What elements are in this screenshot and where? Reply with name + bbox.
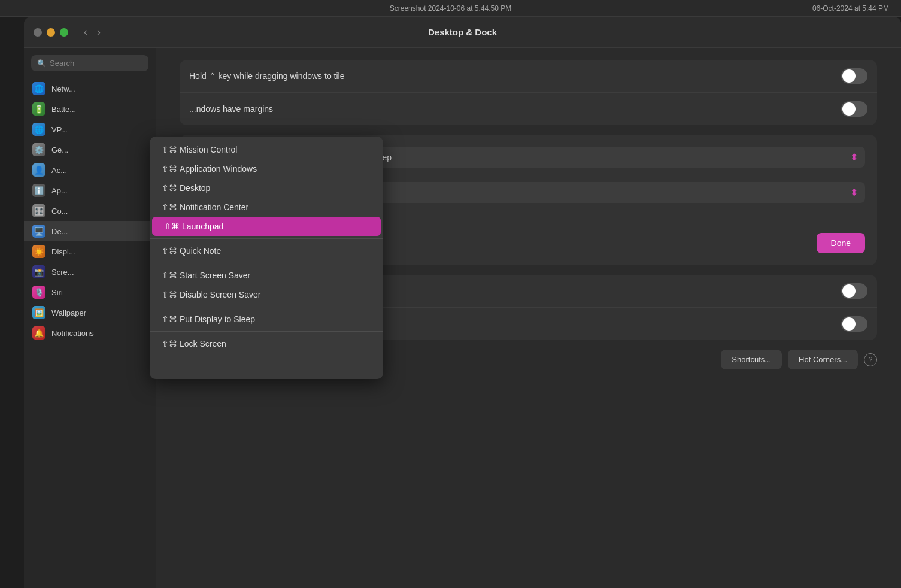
lock-screen-shortcut: ⇧⌘ xyxy=(162,339,177,348)
mission-control-shortcut: ⇧⌘ xyxy=(162,145,177,154)
nav-buttons: ‹ › xyxy=(80,25,104,40)
sidebar-label-wallpaper: Wallpaper xyxy=(51,308,86,317)
menu-item-app-windows[interactable]: ⇧⌘ Application Windows xyxy=(150,159,383,178)
menu-item-quick-note[interactable]: ⇧⌘ Quick Note xyxy=(150,241,383,260)
disable-ss-shortcut: ⇧⌘ xyxy=(162,290,177,299)
sidebar-label-vpn: VP... xyxy=(51,125,68,134)
window-title: Desktop & Dock xyxy=(428,27,497,37)
menu-item-dash[interactable]: — xyxy=(150,359,383,375)
margins-toggle[interactable] xyxy=(841,101,867,117)
desktop-shortcut: ⇧⌘ xyxy=(162,183,177,193)
start-ss-shortcut: ⇧⌘ xyxy=(162,271,177,280)
sidebar-item-general[interactable]: ⚙️ Ge... xyxy=(24,140,156,160)
menu-item-desktop[interactable]: ⇧⌘ Desktop xyxy=(150,178,383,198)
mission-control-label: Mission Control xyxy=(180,145,237,154)
close-button[interactable] xyxy=(34,28,42,37)
setting-row-margins: ...ndows have margins xyxy=(180,93,877,125)
menu-separator-4 xyxy=(150,331,383,332)
general-icon: ⚙️ xyxy=(32,143,45,156)
sidebar-label-general: Ge... xyxy=(51,146,68,154)
done-button[interactable]: Done xyxy=(817,233,865,253)
search-bar[interactable]: 🔍 Search xyxy=(31,55,148,71)
sidebar-label-desktop: De... xyxy=(51,227,68,236)
sidebar-item-accounts[interactable]: 👤 Ac... xyxy=(24,160,156,180)
launchpad-shortcut: ⇧⌘ xyxy=(164,222,180,231)
sidebar-label-display: Displ... xyxy=(51,247,75,256)
desktop-label: Desktop xyxy=(180,183,210,193)
sidebar-item-screen[interactable]: 📸 Scre... xyxy=(24,262,156,282)
minimize-button[interactable] xyxy=(47,28,55,37)
notification-center-shortcut: ⇧⌘ xyxy=(162,202,177,212)
put-sleep-label: Put Display to Sleep xyxy=(180,314,255,324)
windows-by-app-toggle[interactable] xyxy=(841,283,867,299)
sidebar-item-siri[interactable]: 🎙️ Siri xyxy=(24,282,156,302)
sidebar-label-battery: Batte... xyxy=(51,105,76,114)
vpn-icon: 🌐 xyxy=(32,123,45,136)
display-icon: ☀️ xyxy=(32,245,45,258)
hot-corners-button[interactable]: Hot Corners... xyxy=(788,350,858,369)
separate-spaces-toggle[interactable] xyxy=(841,316,867,332)
shortcuts-button[interactable]: Shortcuts... xyxy=(721,350,782,369)
app-windows-label: Application Windows xyxy=(180,164,257,174)
disable-ss-label: Disable Screen Saver xyxy=(180,290,260,299)
desktop-icon: 🖥️ xyxy=(32,225,45,238)
sidebar-label-accounts: Ac... xyxy=(51,166,67,175)
setting-row-hold-key: Hold ⌃ key while dragging windows to til… xyxy=(180,60,877,93)
forward-button[interactable]: › xyxy=(93,25,104,40)
sidebar-label-notifications: Notifications xyxy=(51,329,94,338)
search-icon: 🔍 xyxy=(37,59,46,68)
menu-separator-2 xyxy=(150,263,383,263)
menu-separator-5 xyxy=(150,356,383,356)
sidebar-item-network[interactable]: 🌐 Netw... xyxy=(24,78,156,99)
title-bar: Screenshot 2024-10-06 at 5.44.50 PM 06-O… xyxy=(0,0,901,17)
menu-item-mission-control[interactable]: ⇧⌘ Mission Control xyxy=(150,140,383,159)
sidebar-item-apple[interactable]: ℹ️ Ap... xyxy=(24,180,156,201)
notification-center-label: Notification Center xyxy=(180,202,248,212)
maximize-button[interactable] xyxy=(60,28,68,37)
sidebar-item-controls[interactable]: 🎛️ Co... xyxy=(24,201,156,221)
quick-note-shortcut: ⇧⌘ xyxy=(162,246,177,256)
siri-icon: 🎙️ xyxy=(32,286,45,299)
sidebar-label-siri: Siri xyxy=(51,288,63,297)
settings-section-top: Hold ⌃ key while dragging windows to til… xyxy=(180,60,877,125)
bottom-corner-dropdown[interactable]: Lock Screen ⬍ xyxy=(309,182,865,203)
start-ss-label: Start Screen Saver xyxy=(180,271,250,280)
window-chrome: ‹ › Desktop & Dock xyxy=(24,17,901,48)
menu-item-put-display-sleep[interactable]: ⇧⌘ Put Display to Sleep xyxy=(150,310,383,329)
accounts-icon: 👤 xyxy=(32,163,45,177)
battery-icon: 🔋 xyxy=(32,102,45,116)
sidebar-item-vpn[interactable]: 🌐 VP... xyxy=(24,119,156,140)
quick-note-label: Quick Note xyxy=(180,246,221,256)
screen-icon: 📸 xyxy=(32,265,45,278)
lock-screen-label: Lock Screen xyxy=(180,339,226,348)
menu-item-launchpad[interactable]: ⇧⌘ Launchpad xyxy=(152,217,381,236)
menu-item-start-screen-saver[interactable]: ⇧⌘ Start Screen Saver xyxy=(150,266,383,285)
hold-key-label: Hold ⌃ key while dragging windows to til… xyxy=(189,71,344,81)
sidebar-label-controls: Co... xyxy=(51,207,68,216)
margins-label: ...ndows have margins xyxy=(189,104,273,114)
menu-item-lock-screen[interactable]: ⇧⌘ Lock Screen xyxy=(150,334,383,353)
sidebar-item-display[interactable]: ☀️ Displ... xyxy=(24,241,156,262)
back-button[interactable]: ‹ xyxy=(80,25,91,40)
sidebar-item-wallpaper[interactable]: 🖼️ Wallpaper xyxy=(24,302,156,323)
menu-item-disable-screen-saver[interactable]: ⇧⌘ Disable Screen Saver xyxy=(150,285,383,304)
help-button[interactable]: ? xyxy=(864,353,877,366)
search-placeholder: Search xyxy=(50,59,74,68)
hold-key-toggle[interactable] xyxy=(841,68,867,84)
sidebar-item-notifications[interactable]: 🔔 Notifications xyxy=(24,323,156,343)
wallpaper-icon: 🖼️ xyxy=(32,306,45,319)
sidebar: 🔍 Search 🌐 Netw... 🔋 Batte... 🌐 VP... ⚙️… xyxy=(24,48,156,588)
context-menu: ⇧⌘ Mission Control ⇧⌘ Application Window… xyxy=(150,137,383,379)
notifications-icon: 🔔 xyxy=(32,326,45,340)
menu-item-notification-center[interactable]: ⇧⌘ Notification Center xyxy=(150,198,383,217)
controls-icon: 🎛️ xyxy=(32,204,45,217)
top-corner-dropdown[interactable]: Put Display to Sleep ⬍ xyxy=(309,147,865,168)
menu-separator-1 xyxy=(150,238,383,239)
put-sleep-shortcut: ⇧⌘ xyxy=(162,314,177,324)
sidebar-item-desktop[interactable]: 🖥️ De... xyxy=(24,221,156,241)
sidebar-item-battery[interactable]: 🔋 Batte... xyxy=(24,99,156,119)
network-icon: 🌐 xyxy=(32,82,45,95)
title-bar-title: Screenshot 2024-10-06 at 5.44.50 PM xyxy=(390,4,511,13)
title-bar-datetime: 06-Oct-2024 at 5:44 PM xyxy=(812,4,889,13)
apple-icon: ℹ️ xyxy=(32,184,45,197)
